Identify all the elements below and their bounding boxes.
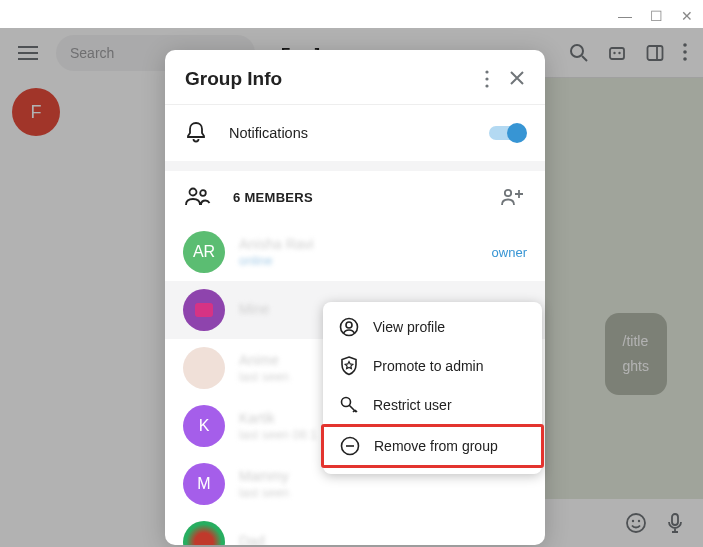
svg-point-14 xyxy=(485,70,488,73)
remove-from-group-item[interactable]: Remove from group xyxy=(321,424,544,468)
svg-point-15 xyxy=(485,77,488,80)
modal-title: Group Info xyxy=(185,68,282,90)
notifications-row[interactable]: Notifications xyxy=(165,105,545,161)
promote-admin-item[interactable]: Promote to admin xyxy=(323,346,542,386)
avatar: AR xyxy=(183,231,225,273)
notifications-label: Notifications xyxy=(229,125,467,141)
bell-icon xyxy=(185,121,207,145)
close-button[interactable]: ✕ xyxy=(681,8,693,24)
members-count: 6 MEMBERS xyxy=(233,190,479,205)
remove-icon xyxy=(340,436,360,456)
profile-icon xyxy=(339,317,359,337)
notifications-toggle[interactable] xyxy=(489,126,525,140)
close-icon[interactable] xyxy=(509,70,525,86)
add-member-icon[interactable] xyxy=(501,187,525,207)
members-header: 6 MEMBERS xyxy=(165,171,545,223)
maximize-button[interactable]: ☐ xyxy=(650,8,663,24)
avatar xyxy=(183,289,225,331)
key-icon xyxy=(339,395,359,415)
minimize-button[interactable]: — xyxy=(618,8,632,24)
member-row[interactable]: Dad xyxy=(165,513,545,545)
member-status: online xyxy=(239,254,478,268)
member-row[interactable]: AR Anisha Ravi online owner xyxy=(165,223,545,281)
member-status: last seen xyxy=(239,486,527,500)
svg-point-16 xyxy=(485,84,488,87)
more-icon[interactable] xyxy=(485,70,489,88)
member-context-menu: View profile Promote to admin Restrict u… xyxy=(323,302,542,474)
window-controls: — ☐ ✕ xyxy=(618,8,693,24)
avatar xyxy=(183,347,225,389)
members-icon xyxy=(185,187,211,207)
restrict-user-item[interactable]: Restrict user xyxy=(323,386,542,424)
avatar: M xyxy=(183,463,225,505)
svg-point-19 xyxy=(505,190,511,196)
modal-header: Group Info xyxy=(165,50,545,104)
svg-point-17 xyxy=(190,189,197,196)
shield-icon xyxy=(339,355,359,377)
owner-badge: owner xyxy=(492,245,527,260)
member-name: Anisha Ravi xyxy=(239,236,478,252)
svg-point-18 xyxy=(200,190,206,196)
member-name: Dad xyxy=(239,533,527,545)
avatar: K xyxy=(183,405,225,447)
view-profile-item[interactable]: View profile xyxy=(323,308,542,346)
svg-point-21 xyxy=(346,322,352,328)
avatar xyxy=(183,521,225,545)
